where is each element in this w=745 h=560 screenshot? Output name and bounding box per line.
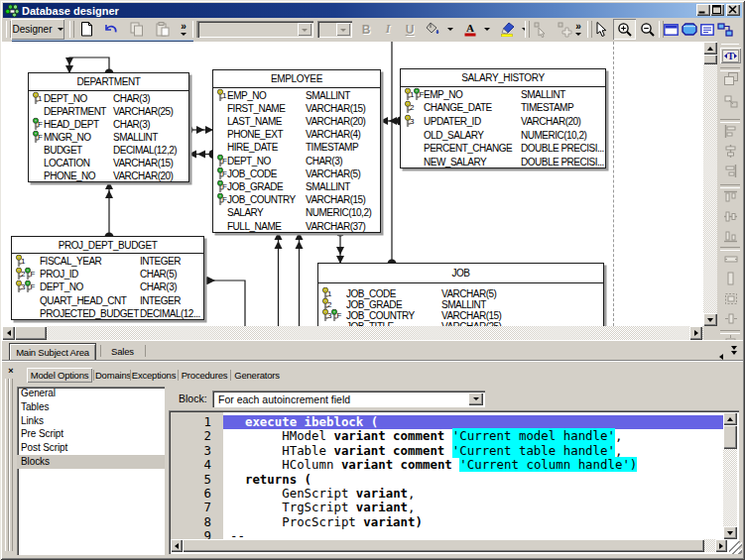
connector-projdeptbudget-dept-no-to-department[interactable] (105, 181, 114, 237)
title-bar[interactable]: Database designer (3, 3, 742, 18)
scroll-right-button[interactable] (715, 539, 727, 552)
block-combo[interactable]: For each autoincrement field (212, 391, 485, 407)
same-size-button[interactable] (720, 290, 741, 306)
canvas-horizontal-scrollbar[interactable] (2, 326, 703, 340)
editor-vertical-scrollbar[interactable] (723, 412, 737, 539)
align-middle-button[interactable] (720, 208, 741, 224)
align-top-button[interactable] (720, 188, 741, 204)
panel-tab-procedures[interactable]: Procedures (180, 368, 229, 383)
note-tool-button[interactable] (698, 19, 715, 40)
maximize-button[interactable] (710, 4, 724, 16)
connector-department-self-reference[interactable] (65, 57, 114, 73)
scroll-up-button[interactable] (723, 412, 737, 425)
er-table-job[interactable]: JOB1JOB_CODEVARCHAR(5)2JOB_GRADESMALLINT… (317, 263, 604, 326)
code-editor[interactable]: 123456789 execute ibeblock ( HModel vari… (169, 410, 739, 554)
send-to-back-button[interactable] (720, 93, 741, 109)
scrollbar-thumb[interactable] (723, 425, 737, 449)
bold-button[interactable]: B (356, 19, 376, 40)
scroll-left-button[interactable] (2, 326, 15, 340)
scroll-down-button[interactable] (703, 313, 717, 326)
connector-department-mngr-no-to-employee[interactable] (188, 126, 213, 135)
font-color-button[interactable]: A (459, 19, 481, 40)
fill-color-button[interactable] (423, 19, 444, 40)
editor-horizontal-scrollbar[interactable] (171, 539, 727, 552)
connector-employee-job-code-to-job[interactable] (336, 232, 345, 264)
scrollbar-thumb[interactable] (703, 55, 717, 64)
scrollbar-thumb[interactable] (15, 326, 47, 340)
designer-menu-button[interactable]: Designer (11, 19, 64, 40)
resize-grip[interactable] (729, 541, 742, 554)
connector-job-country-to-offscreen[interactable] (388, 42, 397, 264)
connector-salaryhistory-emp-no-to-employee[interactable] (380, 117, 401, 126)
code-string-highlight: 'Current column handle') (459, 457, 637, 472)
italic-button[interactable]: I (378, 19, 398, 40)
arrow-up-icon (727, 417, 733, 421)
scroll-up-button[interactable] (703, 42, 717, 55)
er-table-salary_history[interactable]: SALARY_HISTORY1FEMP_NOSMALLINT2CHANGE_DA… (400, 68, 606, 168)
align-center-button[interactable] (720, 143, 741, 159)
underline-button[interactable]: U (400, 19, 420, 40)
hierarchy-tool-button[interactable] (715, 19, 734, 40)
select-object-button[interactable] (530, 19, 552, 40)
list-item-pre-script[interactable]: Pre Script (17, 427, 165, 441)
bring-to-front-button[interactable] (720, 70, 741, 86)
connector-employee-dept-no-to-department[interactable] (188, 150, 213, 159)
align-left-button[interactable] (720, 123, 741, 139)
panel-grabber[interactable] (5, 379, 13, 551)
list-item-links[interactable]: Links (17, 414, 165, 428)
code-area[interactable]: execute ibeblock ( HModel variant commen… (223, 412, 723, 552)
connector-offscreen-to-employee-2[interactable] (296, 232, 304, 326)
er-table-department[interactable]: DEPARTMENT1DEPT_NOCHAR(3)DEPARTMENTVARCH… (28, 72, 189, 182)
font-name-combo[interactable] (197, 21, 313, 38)
tab-expand-button[interactable] (731, 346, 741, 355)
subject-tab-main-subject-area[interactable]: Main Subject Area (9, 343, 96, 361)
panel-close-button[interactable]: × (5, 365, 17, 376)
font-size-combo[interactable] (317, 21, 352, 38)
fill-color-dropdown[interactable] (444, 19, 456, 40)
undo-button[interactable] (99, 19, 122, 40)
same-width-button[interactable] (720, 251, 741, 267)
subject-tab-sales[interactable]: Sales (101, 343, 144, 360)
panel-tab-generators[interactable]: Generators (232, 368, 282, 383)
list-item-general[interactable]: General (17, 387, 165, 400)
scrollbar-thumb[interactable] (183, 539, 704, 552)
toolbar-grip[interactable] (69, 21, 74, 38)
region-tool-button[interactable] (681, 19, 697, 40)
list-item-blocks[interactable]: Blocks (17, 455, 165, 469)
fit-text-button[interactable]: T (720, 48, 741, 63)
er-table-proj_dept_budget[interactable]: PROJ_DEPT_BUDGET1FISCAL_YEARINTEGER2FPRO… (11, 236, 204, 320)
new-diagram-button[interactable] (75, 19, 98, 40)
scroll-left-button[interactable] (171, 539, 183, 552)
paste-button[interactable] (151, 19, 174, 40)
zoom-in-button[interactable] (613, 19, 636, 40)
space-horizontal-button[interactable] (720, 310, 741, 326)
toolbar-overflow-button-2[interactable]: » (570, 19, 586, 40)
scroll-down-button[interactable] (723, 526, 737, 539)
panel-tab-exceptions[interactable]: Exceptions (132, 368, 176, 383)
table-tool-button[interactable] (663, 19, 680, 40)
er-table-employee[interactable]: EMPLOYEE1EMP_NOSMALLINTFIRST_NAMEVARCHAR… (212, 69, 381, 233)
connector-projdeptbudget-proj-id-to-offscreen[interactable] (204, 277, 245, 327)
zoom-out-button[interactable] (638, 19, 658, 40)
connector-offscreen-to-employee-1[interactable] (275, 232, 283, 326)
pointer-tool-button[interactable] (591, 19, 611, 40)
panel-tab-model-options[interactable]: Model Options (27, 368, 92, 383)
align-bottom-button[interactable] (720, 228, 741, 244)
minimize-button[interactable] (696, 4, 710, 16)
close-button[interactable] (726, 4, 740, 16)
align-right-button[interactable] (720, 163, 741, 178)
combo-dropdown-button[interactable] (468, 392, 483, 405)
scroll-right-button[interactable] (689, 326, 702, 340)
highlight-color-button[interactable] (497, 19, 519, 40)
combo-dropdown-button[interactable] (336, 23, 350, 36)
same-height-button[interactable] (720, 271, 741, 286)
list-item-post-script[interactable]: Post Script (17, 441, 165, 455)
panel-tab-domains[interactable]: Domains (95, 368, 131, 383)
combo-dropdown-button[interactable] (298, 23, 311, 36)
list-item-tables[interactable]: Tables (17, 400, 165, 414)
canvas-vertical-scrollbar[interactable] (703, 42, 717, 326)
copy-button[interactable] (125, 19, 148, 40)
toolbar-overflow-button[interactable]: » (176, 19, 191, 40)
diagram-canvas[interactable]: DEPARTMENT1DEPT_NOCHAR(3)DEPARTMENTVARCH… (2, 42, 703, 326)
font-color-dropdown[interactable] (481, 19, 493, 40)
